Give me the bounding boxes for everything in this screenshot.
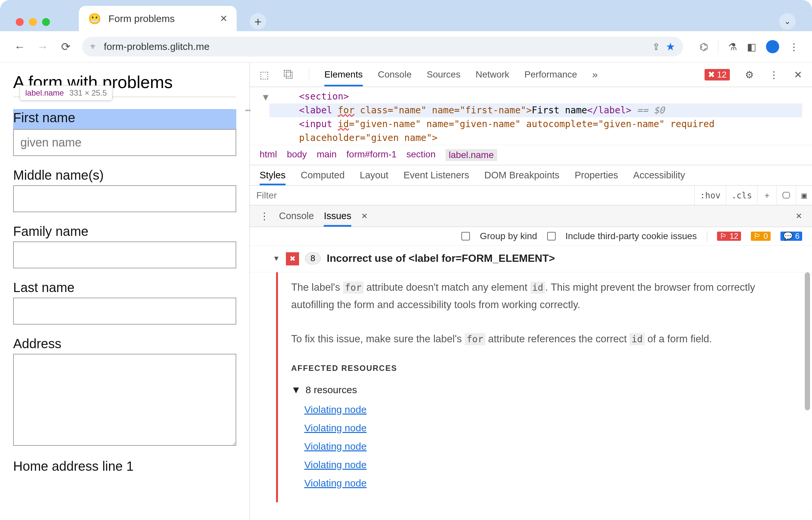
maximize-window-icon[interactable] <box>42 18 50 26</box>
drawer-tab-close-icon[interactable]: ✕ <box>361 212 368 221</box>
tab-network[interactable]: Network <box>476 69 509 80</box>
devtools-close-icon[interactable]: ✕ <box>794 69 802 80</box>
violating-node-link[interactable]: Violating node <box>304 419 795 437</box>
first-name-label: First name <box>13 110 236 125</box>
close-window-icon[interactable] <box>16 18 24 26</box>
family-name-label: Family name <box>13 224 236 239</box>
bookmark-star-icon[interactable]: ★ <box>666 41 675 53</box>
settings-gear-icon[interactable]: ⚙ <box>745 69 754 80</box>
dom-overflow-icon[interactable]: ⋯ <box>245 103 251 117</box>
tab-title: Form problems <box>108 13 212 24</box>
panel-properties[interactable]: Properties <box>575 170 618 181</box>
new-tab-button[interactable]: ＋ <box>250 13 266 30</box>
styles-filter-input[interactable] <box>250 190 694 201</box>
address-textarea[interactable] <box>13 354 236 446</box>
panel-styles[interactable]: Styles <box>260 170 285 181</box>
tab-performance[interactable]: Performance <box>525 69 577 80</box>
issues-red-count: 🏳 12 <box>717 232 741 241</box>
extensions-icon[interactable]: ⌬ <box>700 41 708 53</box>
middle-name-input[interactable] <box>13 185 236 212</box>
tab-search-icon[interactable]: ⌄ <box>779 13 795 30</box>
first-name-input[interactable] <box>13 129 236 156</box>
panel-accessibility[interactable]: Accessibility <box>633 170 685 181</box>
cls-toggle[interactable]: .cls <box>726 186 758 205</box>
resources-count-label: 8 resources <box>306 381 357 398</box>
drawer-tab-console[interactable]: Console <box>279 211 314 222</box>
panel-event-listeners[interactable]: Event Listeners <box>404 170 469 181</box>
page-viewport: A form with problems label.name 331 × 25… <box>0 62 250 520</box>
last-name-input[interactable] <box>13 297 236 324</box>
selected-dom-node[interactable]: <label for class="name" name="first-name… <box>270 103 802 117</box>
crumb-form[interactable]: form#form-1 <box>346 149 396 161</box>
drawer-close-icon[interactable]: ✕ <box>795 212 802 221</box>
flask-icon[interactable]: ⚗ <box>728 41 737 53</box>
violating-node-link[interactable]: Violating node <box>304 401 795 418</box>
group-by-kind-label: Group by kind <box>480 231 537 241</box>
toolbar-divider <box>718 40 718 53</box>
dom-breadcrumb[interactable]: html body main form#form-1 section label… <box>250 145 812 165</box>
site-info-icon[interactable]: ᯤ <box>90 42 98 51</box>
share-icon[interactable]: ⇪ <box>652 42 660 52</box>
tab-console[interactable]: Console <box>378 69 412 80</box>
tab-elements[interactable]: Elements <box>324 69 363 80</box>
drawer-menu-icon[interactable]: ⋮ <box>260 211 269 222</box>
issue-severity-icon: ✖ <box>286 252 299 265</box>
device-icon[interactable]: 🖵 <box>777 186 796 205</box>
family-name-input[interactable] <box>13 241 236 268</box>
violating-node-link[interactable]: Violating node <box>304 475 795 492</box>
more-tabs-icon[interactable]: » <box>592 69 598 80</box>
violating-node-link[interactable]: Violating node <box>304 456 795 473</box>
devtools-menu-icon[interactable]: ⋮ <box>769 69 779 80</box>
issues-yellow-count: 🏳 0 <box>751 232 770 241</box>
reload-button[interactable]: ⟳ <box>59 40 72 53</box>
crumb-label[interactable]: label.name <box>446 149 497 161</box>
tab-close-icon[interactable]: ✕ <box>220 13 227 24</box>
affected-resources-heading: AFFECTED RESOURCES <box>291 360 795 377</box>
kebab-menu-icon[interactable]: ⋮ <box>789 41 799 53</box>
issue-row[interactable]: ▼ ✖ 8 Incorrect use of <label for=FORM_E… <box>250 246 812 272</box>
new-style-rule-icon[interactable]: ＋ <box>757 186 777 205</box>
third-party-label: Include third-party cookie issues <box>565 231 697 241</box>
profile-avatar-icon[interactable]: 👤 <box>766 40 779 53</box>
panel-dom-breakpoints[interactable]: DOM Breakpoints <box>484 170 560 181</box>
hov-toggle[interactable]: :hov <box>694 186 726 205</box>
resources-expand-icon[interactable]: ▼ <box>291 381 301 398</box>
back-button[interactable]: ← <box>13 41 26 53</box>
crumb-html[interactable]: html <box>260 149 277 161</box>
crumb-section[interactable]: section <box>406 149 436 161</box>
panel-layout[interactable]: Layout <box>360 170 388 181</box>
computed-toggle-icon[interactable]: ▣ <box>796 186 812 205</box>
address-label: Address <box>13 336 236 351</box>
device-toolbar-icon[interactable]: ⿻ <box>284 69 294 80</box>
tooltip-selector: label.name <box>25 88 64 97</box>
inspect-element-icon[interactable]: ⬚ <box>260 69 269 80</box>
last-name-label: Last name <box>13 280 236 295</box>
address-bar[interactable]: ᯤ form-problems.glitch.me ⇪ ★ <box>82 37 683 56</box>
group-by-kind-checkbox[interactable] <box>461 232 470 240</box>
expand-triangle-icon[interactable]: ▼ <box>263 90 269 104</box>
error-counter[interactable]: ✖ 12 <box>705 69 730 80</box>
drawer-tab-issues[interactable]: Issues <box>324 211 351 222</box>
issues-blue-count: 💬 6 <box>781 232 802 241</box>
url-text: form-problems.glitch.me <box>104 41 646 52</box>
scrollbar[interactable] <box>805 272 810 410</box>
crumb-body[interactable]: body <box>287 149 307 161</box>
minimize-window-icon[interactable] <box>29 18 37 26</box>
window-controls <box>16 18 50 26</box>
browser-tab[interactable]: 😬 Form problems ✕ <box>79 6 236 31</box>
issue-body: The label's for attribute doesn't match … <box>276 272 812 502</box>
inspect-tooltip: label.name 331 × 25.5 <box>20 85 112 101</box>
tooltip-dimensions: 331 × 25.5 <box>69 88 107 97</box>
forward-button[interactable]: → <box>36 41 49 53</box>
panel-computed[interactable]: Computed <box>301 170 345 181</box>
violating-node-link[interactable]: Violating node <box>304 438 795 455</box>
issue-expand-icon[interactable]: ▼ <box>273 254 280 263</box>
crumb-main[interactable]: main <box>317 149 337 161</box>
third-party-checkbox[interactable] <box>547 232 556 240</box>
dom-tree[interactable]: ▼ ⋯ <section> <label for class="name" na… <box>250 87 812 145</box>
issue-title: Incorrect use of <label for=FORM_ELEMENT… <box>327 252 555 264</box>
middle-name-label: Middle name(s) <box>13 168 236 183</box>
issue-count-badge: 8 <box>305 252 321 264</box>
panel-icon[interactable]: ◧ <box>747 41 756 53</box>
tab-sources[interactable]: Sources <box>427 69 460 80</box>
